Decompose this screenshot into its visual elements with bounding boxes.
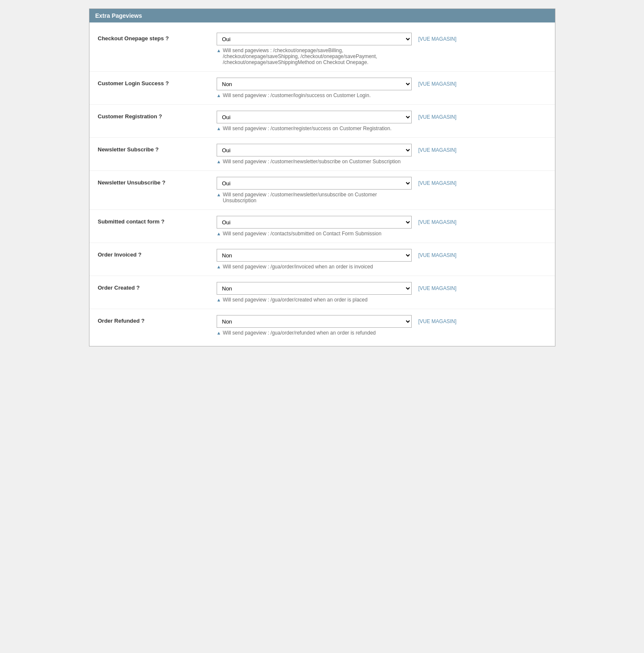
form-row-order-invoiced: Order Invoiced ?OuiNon[VUE MAGASIN]▲Will… <box>89 243 555 276</box>
select-row-checkout-onepage: OuiNon[VUE MAGASIN] <box>217 33 546 45</box>
hint-icon-customer-login-success: ▲ <box>217 93 221 98</box>
hint-text-newsletter-unsubscribe: Will send pageview : /customer/newslette… <box>223 192 411 204</box>
hint-order-invoiced: ▲Will send pageview : /gua/order/invoice… <box>217 264 412 270</box>
vue-magasin-link-submitted-contact-form[interactable]: [VUE MAGASIN] <box>418 219 457 225</box>
hint-text-order-refunded: Will send pageview : /gua/order/refunded… <box>223 330 376 336</box>
hint-text-checkout-onepage: Will send pageviews : /checkout/onepage/… <box>223 47 411 65</box>
form-row-newsletter-unsubscribe: Newsletter Unsubscribe ?OuiNon[VUE MAGAS… <box>89 171 555 210</box>
hint-order-refunded: ▲Will send pageview : /gua/order/refunde… <box>217 330 412 336</box>
hint-text-newsletter-subscribe: Will send pageview : /customer/newslette… <box>223 159 401 165</box>
form-row-order-refunded: Order Refunded ?OuiNon[VUE MAGASIN]▲Will… <box>89 309 555 342</box>
hint-text-submitted-contact-form: Will send pageview : /contacts/submitted… <box>223 231 381 237</box>
form-row-customer-registration: Customer Registration ?OuiNon[VUE MAGASI… <box>89 105 555 138</box>
hint-newsletter-unsubscribe: ▲Will send pageview : /customer/newslett… <box>217 192 412 204</box>
control-area-order-invoiced: OuiNon[VUE MAGASIN]▲Will send pageview :… <box>217 249 546 270</box>
vue-magasin-link-newsletter-subscribe[interactable]: [VUE MAGASIN] <box>418 147 457 153</box>
select-newsletter-unsubscribe[interactable]: OuiNon <box>217 177 412 190</box>
control-area-customer-registration: OuiNon[VUE MAGASIN]▲Will send pageview :… <box>217 111 546 131</box>
hint-customer-registration: ▲Will send pageview : /customer/register… <box>217 126 412 131</box>
control-area-submitted-contact-form: OuiNon[VUE MAGASIN]▲Will send pageview :… <box>217 216 546 237</box>
control-area-checkout-onepage: OuiNon[VUE MAGASIN]▲Will send pageviews … <box>217 33 546 65</box>
hint-icon-newsletter-unsubscribe: ▲ <box>217 192 221 197</box>
hint-submitted-contact-form: ▲Will send pageview : /contacts/submitte… <box>217 231 412 237</box>
hint-icon-order-created: ▲ <box>217 297 221 302</box>
select-row-order-created: OuiNon[VUE MAGASIN] <box>217 282 546 295</box>
hint-text-order-invoiced: Will send pageview : /gua/order/invoiced… <box>223 264 373 270</box>
label-newsletter-unsubscribe: Newsletter Unsubscribe ? <box>98 177 217 186</box>
hint-customer-login-success: ▲Will send pageview : /customer/login/su… <box>217 92 412 98</box>
hint-newsletter-subscribe: ▲Will send pageview : /customer/newslett… <box>217 159 412 165</box>
label-submitted-contact-form: Submitted contact form ? <box>98 216 217 225</box>
label-order-invoiced: Order Invoiced ? <box>98 249 217 258</box>
hint-icon-checkout-onepage: ▲ <box>217 48 221 53</box>
select-row-order-invoiced: OuiNon[VUE MAGASIN] <box>217 249 546 262</box>
control-area-order-created: OuiNon[VUE MAGASIN]▲Will send pageview :… <box>217 282 546 303</box>
select-row-newsletter-subscribe: OuiNon[VUE MAGASIN] <box>217 144 546 156</box>
hint-text-order-created: Will send pageview : /gua/order/created … <box>223 297 368 303</box>
vue-magasin-link-customer-registration[interactable]: [VUE MAGASIN] <box>418 114 457 120</box>
hint-icon-order-invoiced: ▲ <box>217 264 221 269</box>
vue-magasin-link-order-created[interactable]: [VUE MAGASIN] <box>418 285 457 291</box>
select-customer-registration[interactable]: OuiNon <box>217 111 412 123</box>
control-area-order-refunded: OuiNon[VUE MAGASIN]▲Will send pageview :… <box>217 315 546 336</box>
select-row-submitted-contact-form: OuiNon[VUE MAGASIN] <box>217 216 546 229</box>
hint-order-created: ▲Will send pageview : /gua/order/created… <box>217 297 412 303</box>
panel-title: Extra Pageviews <box>95 12 142 19</box>
label-customer-login-success: Customer Login Success ? <box>98 78 217 87</box>
hint-icon-customer-registration: ▲ <box>217 126 221 131</box>
label-order-created: Order Created ? <box>98 282 217 291</box>
control-area-customer-login-success: OuiNon[VUE MAGASIN]▲Will send pageview :… <box>217 78 546 98</box>
control-area-newsletter-unsubscribe: OuiNon[VUE MAGASIN]▲Will send pageview :… <box>217 177 546 204</box>
select-newsletter-subscribe[interactable]: OuiNon <box>217 144 412 156</box>
label-newsletter-subscribe: Newsletter Subscribe ? <box>98 144 217 153</box>
vue-magasin-link-checkout-onepage[interactable]: [VUE MAGASIN] <box>418 36 457 42</box>
label-checkout-onepage: Checkout Onepage steps ? <box>98 33 217 42</box>
hint-text-customer-registration: Will send pageview : /customer/register/… <box>223 126 391 131</box>
select-row-newsletter-unsubscribe: OuiNon[VUE MAGASIN] <box>217 177 546 190</box>
vue-magasin-link-newsletter-unsubscribe[interactable]: [VUE MAGASIN] <box>418 180 457 186</box>
select-row-customer-registration: OuiNon[VUE MAGASIN] <box>217 111 546 123</box>
form-row-checkout-onepage: Checkout Onepage steps ?OuiNon[VUE MAGAS… <box>89 27 555 72</box>
hint-icon-newsletter-subscribe: ▲ <box>217 159 221 164</box>
hint-checkout-onepage: ▲Will send pageviews : /checkout/onepage… <box>217 47 412 65</box>
vue-magasin-link-customer-login-success[interactable]: [VUE MAGASIN] <box>418 81 457 87</box>
select-checkout-onepage[interactable]: OuiNon <box>217 33 412 45</box>
select-row-customer-login-success: OuiNon[VUE MAGASIN] <box>217 78 546 90</box>
label-customer-registration: Customer Registration ? <box>98 111 217 120</box>
label-order-refunded: Order Refunded ? <box>98 315 217 324</box>
select-order-refunded[interactable]: OuiNon <box>217 315 412 328</box>
select-order-created[interactable]: OuiNon <box>217 282 412 295</box>
panel-body: Checkout Onepage steps ?OuiNon[VUE MAGAS… <box>89 22 555 346</box>
hint-icon-submitted-contact-form: ▲ <box>217 231 221 236</box>
select-order-invoiced[interactable]: OuiNon <box>217 249 412 262</box>
extra-pageviews-panel: Extra Pageviews Checkout Onepage steps ?… <box>89 8 555 346</box>
select-row-order-refunded: OuiNon[VUE MAGASIN] <box>217 315 546 328</box>
form-row-order-created: Order Created ?OuiNon[VUE MAGASIN]▲Will … <box>89 276 555 309</box>
select-submitted-contact-form[interactable]: OuiNon <box>217 216 412 229</box>
form-row-customer-login-success: Customer Login Success ?OuiNon[VUE MAGAS… <box>89 72 555 105</box>
vue-magasin-link-order-refunded[interactable]: [VUE MAGASIN] <box>418 318 457 324</box>
hint-icon-order-refunded: ▲ <box>217 330 221 335</box>
form-row-newsletter-subscribe: Newsletter Subscribe ?OuiNon[VUE MAGASIN… <box>89 138 555 171</box>
control-area-newsletter-subscribe: OuiNon[VUE MAGASIN]▲Will send pageview :… <box>217 144 546 165</box>
select-customer-login-success[interactable]: OuiNon <box>217 78 412 90</box>
hint-text-customer-login-success: Will send pageview : /customer/login/suc… <box>223 92 371 98</box>
panel-header: Extra Pageviews <box>89 9 555 22</box>
form-row-submitted-contact-form: Submitted contact form ?OuiNon[VUE MAGAS… <box>89 210 555 243</box>
vue-magasin-link-order-invoiced[interactable]: [VUE MAGASIN] <box>418 252 457 258</box>
